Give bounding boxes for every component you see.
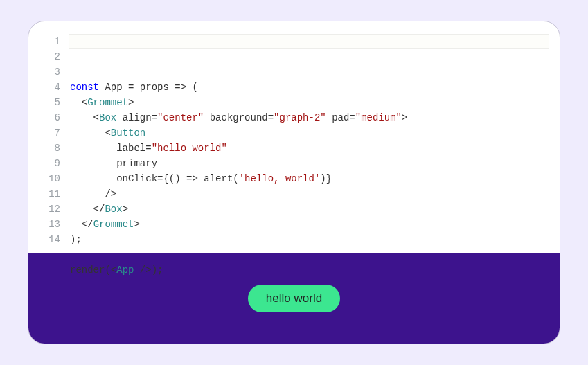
line-number: 14 (41, 232, 60, 247)
line-number: 8 (41, 141, 60, 156)
code-area[interactable]: const App = props => ( <Grommet> <Box al… (70, 34, 547, 243)
code-line: ); (70, 232, 547, 247)
code-line: onClick={() => alert('hello, world')} (70, 171, 547, 186)
line-number: 6 (41, 110, 60, 125)
line-number: 13 (41, 217, 60, 232)
playground-card: 1234567891011121314 const App = props =>… (28, 21, 560, 344)
code-lines: const App = props => ( <Grommet> <Box al… (70, 80, 547, 293)
line-number-gutter: 1234567891011121314 (41, 34, 70, 243)
code-line: <Button (70, 125, 547, 141)
line-number: 10 (41, 171, 60, 186)
code-line: const App = props => ( (70, 80, 547, 95)
line-number: 5 (41, 95, 60, 110)
line-number: 1 (41, 34, 60, 49)
line-number: 12 (41, 202, 60, 217)
code-line: </Box> (70, 202, 547, 217)
code-editor[interactable]: 1234567891011121314 const App = props =>… (28, 21, 560, 243)
code-line: render(<App />); (70, 262, 547, 278)
current-line-highlight (69, 34, 549, 49)
line-number: 4 (41, 80, 60, 95)
code-line: label="hello world" (70, 141, 547, 156)
code-line: <Grommet> (70, 95, 547, 110)
code-line: <Box align="center" background="graph-2"… (70, 110, 547, 125)
line-number: 9 (41, 156, 60, 171)
line-number: 3 (41, 64, 60, 80)
code-line (70, 278, 547, 293)
line-number: 7 (41, 125, 60, 141)
code-line (70, 247, 547, 262)
code-line: </Grommet> (70, 217, 547, 232)
code-line: /> (70, 186, 547, 202)
line-number: 2 (41, 49, 60, 64)
line-number: 11 (41, 186, 60, 202)
code-line: primary (70, 156, 547, 171)
